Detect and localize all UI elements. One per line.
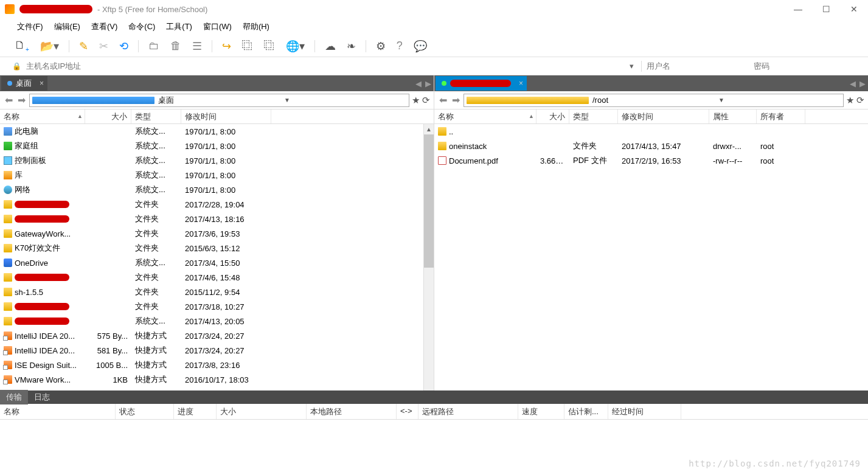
forward-icon[interactable]: ➡ [451,94,461,106]
copy-icon[interactable]: ⿻ [240,38,255,54]
file-row[interactable]: 文件夹2017/4/6, 15:48 [0,270,434,285]
path-dropdown-icon[interactable]: ▼ [718,97,841,103]
file-row[interactable]: IntelliJ IDEA 20...575 By...快捷方式2017/3/2… [0,328,434,343]
file-row[interactable]: oneinstack文件夹2017/4/13, 15:47drwxr-...ro… [434,139,868,153]
file-row[interactable]: 网络系统文...1970/1/1, 8:00 [0,182,434,197]
settings-icon[interactable]: ⚙ [373,38,388,54]
file-row[interactable]: ISE Design Suit...1005 B...快捷方式2017/3/8,… [0,358,434,372]
path-dropdown-icon[interactable]: ▼ [284,97,406,103]
properties-icon[interactable]: ☰ [190,38,204,54]
transfer-col[interactable]: 速度 [518,404,564,419]
transfer-col[interactable]: 本地路径 [307,404,397,419]
transfer-col[interactable]: 经过时间 [608,404,681,419]
tab-prev-icon[interactable]: ◀ [415,79,422,88]
open-session-icon[interactable]: 📂▾ [38,38,61,54]
remote-tab-close-icon[interactable]: × [519,79,523,88]
tab-next-icon[interactable]: ▶ [859,79,866,88]
edit-icon[interactable]: ✎ [77,38,91,54]
scroll-up-icon[interactable]: ▲ [424,124,434,134]
file-row[interactable]: VMware Work...1KB快捷方式2016/10/17, 18:03 [0,372,434,387]
local-tab-close-icon[interactable]: × [40,79,44,88]
col-type[interactable]: 类型 [569,109,618,123]
local-scrollbar[interactable]: ▲ [423,124,434,390]
file-row[interactable]: K70灯效文件文件夹2015/6/3, 15:12 [0,241,434,255]
username-input[interactable] [647,61,749,71]
local-path-input[interactable]: 桌面 ▼ [29,94,409,107]
col-size[interactable]: 大小 [536,109,569,123]
col-attr[interactable]: 属性 [709,109,757,123]
tab-prev-icon[interactable]: ◀ [850,79,856,88]
menu-view[interactable]: 查看(V) [86,19,122,35]
cloud-icon[interactable]: ☁ [322,38,338,54]
help-icon[interactable]: ? [394,38,405,54]
file-row[interactable]: 控制面板系统文...1970/1/1, 8:00 [0,153,434,168]
local-filelist-body[interactable]: 此电脑系统文...1970/1/1, 8:00家庭组系统文...1970/1/1… [0,124,434,390]
transfer-col[interactable]: <-> [397,404,418,419]
file-row[interactable]: 库系统文...1970/1/1, 8:00 [0,168,434,182]
password-input[interactable] [754,61,856,71]
col-name[interactable]: 名称▲ [0,109,85,123]
file-row[interactable]: IntelliJ IDEA 20...581 By...快捷方式2017/3/2… [0,343,434,358]
transfer-col[interactable]: 远程路径 [418,404,518,419]
delete-icon[interactable]: 🗑 [168,38,184,54]
menu-edit[interactable]: 编辑(E) [49,19,85,35]
scroll-thumb[interactable] [424,134,434,268]
file-row[interactable]: GatewayWork...文件夹2017/3/6, 19:53 [0,226,434,241]
bookmark-icon[interactable]: ★ [846,95,854,106]
col-owner[interactable]: 所有者 [757,109,805,123]
chat-icon[interactable]: 💬 [411,38,429,54]
forward-icon[interactable]: ➡ [16,94,27,106]
back-icon[interactable]: ⬅ [438,94,448,106]
refresh-icon[interactable]: ⟳ [856,95,864,106]
host-dropdown-icon[interactable]: ▾ [630,61,634,71]
transfer-col[interactable]: 估计剩... [564,404,608,419]
file-modified: 2017/3/6, 19:53 [181,229,271,238]
transfer-col[interactable]: 名称 [0,404,116,419]
menu-help[interactable]: 帮助(H) [238,19,274,35]
file-row[interactable]: OneDrive系统文...2017/3/4, 15:50 [0,255,434,270]
refresh-icon[interactable]: ⟳ [422,95,430,106]
bookmark-icon[interactable]: ★ [412,95,420,106]
file-row[interactable]: 文件夹2017/2/28, 19:04 [0,197,434,212]
tab-log[interactable]: 日志 [28,390,56,404]
col-name[interactable]: 名称▲ [434,109,536,123]
minimize-button[interactable]: — [784,0,812,18]
file-row[interactable]: sh-1.5.5文件夹2015/11/2, 9:54 [0,285,434,299]
file-row[interactable]: 文件夹2017/3/18, 10:27 [0,299,434,314]
file-row[interactable]: 此电脑系统文...1970/1/1, 8:00 [0,124,434,139]
col-size[interactable]: 大小 [85,109,131,123]
transfer-col[interactable]: 进度 [174,404,217,419]
menu-window[interactable]: 窗口(W) [198,19,237,35]
new-folder-icon[interactable]: 🗀 [146,38,162,54]
sync-icon[interactable]: ⟲ [117,38,131,54]
tab-next-icon[interactable]: ▶ [425,79,431,88]
col-type[interactable]: 类型 [131,109,181,123]
col-modified[interactable]: 修改时间 [618,109,709,123]
paste-icon[interactable]: ⿻ [262,38,277,54]
globe-icon[interactable]: 🌐▾ [283,38,307,54]
transfer-col[interactable]: 状态 [116,404,174,419]
file-row[interactable]: 家庭组系统文...1970/1/1, 8:00 [0,139,434,153]
remote-filelist-body[interactable]: ..oneinstack文件夹2017/4/13, 15:47drwxr-...… [434,124,868,390]
remote-tab[interactable]: × [436,76,527,91]
close-button[interactable]: ✕ [840,0,868,18]
transfer-col[interactable]: 大小 [217,404,307,419]
leaf-icon[interactable]: ❧ [344,38,358,54]
remote-path-input[interactable]: /root ▼ [464,94,844,107]
col-modified[interactable]: 修改时间 [181,109,271,123]
cut-icon[interactable]: ✂ [97,38,111,54]
menu-file[interactable]: 文件(F) [12,19,48,35]
file-row[interactable]: .. [434,124,868,139]
file-row[interactable]: 系统文...2017/4/13, 20:05 [0,314,434,328]
menu-command[interactable]: 命令(C) [123,19,160,35]
transfer-icon[interactable]: ↪ [220,38,234,54]
host-input[interactable] [26,61,625,71]
file-row[interactable]: 文件夹2017/4/13, 18:16 [0,212,434,226]
local-tab[interactable]: 桌面 × [1,76,47,91]
new-session-icon[interactable]: 🗋+ [12,38,32,54]
back-icon[interactable]: ⬅ [4,94,14,106]
tab-transfer[interactable]: 传输 [0,390,28,404]
file-row[interactable]: Document.pdf3.66MBPDF 文件2017/2/19, 16:53… [434,153,868,168]
maximize-button[interactable]: ☐ [812,0,840,18]
menu-tools[interactable]: 工具(T) [161,19,197,35]
